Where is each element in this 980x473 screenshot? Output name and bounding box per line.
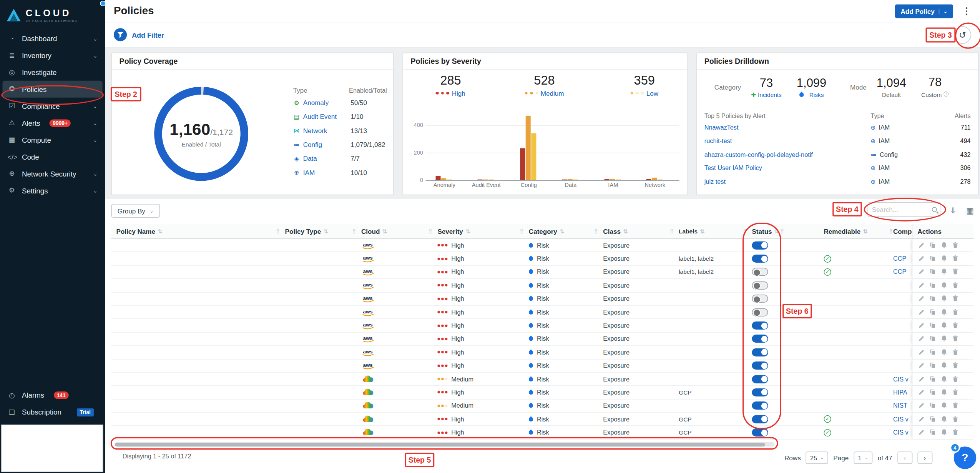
column-resize-handle[interactable]: ⣿ [352, 228, 355, 233]
search-input[interactable] [872, 206, 932, 213]
sidebar-item-inventory[interactable]: ≣Inventory⌄ [0, 47, 105, 64]
compliance-link[interactable]: CIS v [893, 416, 909, 423]
alert-rule-button[interactable] [940, 308, 948, 316]
sidebar-item-dashboard[interactable]: ◔Dashboard⌄ [0, 30, 105, 47]
table-row[interactable]: HighRiskExposurelabel1, label2✓CCP [111, 266, 973, 279]
delete-button[interactable] [951, 388, 959, 396]
clone-button[interactable] [929, 321, 937, 330]
compliance-link[interactable]: NIST [893, 402, 907, 409]
alert-rule-button[interactable] [940, 375, 948, 383]
edit-button[interactable] [917, 415, 925, 423]
coverage-type-link[interactable]: ⋈Network [293, 127, 351, 135]
kebab-menu-button[interactable]: ⋮ [962, 6, 971, 17]
next-page-button[interactable]: › [917, 451, 932, 464]
status-toggle[interactable] [752, 308, 768, 316]
column-settings-button[interactable]: ▦ [963, 203, 977, 217]
status-toggle[interactable] [752, 268, 768, 276]
alert-rule-button[interactable] [940, 321, 948, 330]
rows-per-page-select[interactable]: 25⌄ [806, 451, 829, 464]
column-header-comp[interactable]: Comp [893, 224, 912, 238]
sidebar-item-compute[interactable]: ▦Compute⌄ [0, 132, 105, 148]
policy-name-link[interactable]: NnawazTest [704, 124, 871, 131]
delete-button[interactable] [951, 281, 959, 290]
column-header-status[interactable]: Status⇅⣿ [747, 224, 784, 238]
alert-rule-button[interactable] [940, 255, 948, 263]
table-row[interactable]: HighRiskExposure [111, 333, 973, 346]
table-row[interactable]: HighRiskExposureGCPHIPA [111, 386, 973, 400]
delete-button[interactable] [951, 415, 959, 423]
group-by-button[interactable]: Group By ⌄ [111, 204, 160, 218]
clone-button[interactable] [929, 335, 937, 343]
reset-filters-button[interactable]: ↺ [954, 26, 972, 43]
clone-button[interactable] [929, 295, 937, 303]
status-toggle[interactable] [752, 415, 768, 423]
sidebar-item-alarms[interactable]: ◷Alarms141 [0, 387, 105, 404]
alert-rule-button[interactable] [940, 241, 948, 249]
compliance-link[interactable]: CIS v [893, 376, 909, 383]
alert-rule-button[interactable] [940, 335, 948, 343]
table-row[interactable]: HighRiskExposure [111, 319, 973, 333]
status-toggle[interactable] [752, 402, 768, 410]
column-header-remediable[interactable]: Remediable⇅⣿ [814, 224, 893, 238]
delete-button[interactable] [951, 402, 959, 410]
table-row[interactable]: HighRiskExposure [111, 306, 973, 319]
table-row[interactable]: HighRiskExposure [111, 346, 973, 360]
compliance-link[interactable]: CCP [893, 268, 906, 275]
table-row[interactable]: HighRiskExposure [111, 279, 973, 293]
status-toggle[interactable] [752, 361, 768, 370]
coverage-type-link[interactable]: ◈Data [293, 155, 351, 162]
edit-button[interactable] [917, 428, 925, 436]
policy-name-link[interactable]: ruchit-test [704, 138, 871, 145]
scrollbar-thumb[interactable] [115, 443, 765, 446]
edit-button[interactable] [917, 241, 925, 249]
status-toggle[interactable] [752, 428, 768, 436]
status-toggle[interactable] [752, 295, 768, 303]
column-header-cloud[interactable]: Cloud⇅⣿ [356, 224, 432, 238]
coverage-type-link[interactable]: ▤Audit Event [293, 113, 351, 120]
column-resize-handle[interactable]: ⣿ [743, 228, 746, 233]
severity-filter-link[interactable]: Medium [541, 90, 564, 97]
column-header-severity[interactable]: Severity⇅⣿ [432, 224, 523, 238]
delete-button[interactable] [951, 348, 959, 356]
column-header-class[interactable]: Class⇅⣿ [598, 224, 674, 238]
prev-page-button[interactable]: ‹ [897, 451, 912, 464]
policy-name-link[interactable]: ahazra-custom-config-pol-delayed-notif [704, 151, 871, 158]
column-header-category[interactable]: Category⇅⣿ [524, 224, 598, 238]
column-resize-handle[interactable]: ⣿ [276, 228, 279, 233]
coverage-type-link[interactable]: ⊕IAM [293, 168, 351, 176]
alert-rule-button[interactable] [940, 281, 948, 290]
column-resize-handle[interactable]: ⣿ [429, 228, 432, 233]
status-toggle[interactable] [752, 321, 768, 330]
coverage-type-link[interactable]: ⚙Anomaly [293, 99, 351, 107]
column-resize-handle[interactable]: ⣿ [889, 228, 892, 233]
delete-button[interactable] [951, 375, 959, 383]
alert-rule-button[interactable] [940, 388, 948, 396]
page-select[interactable]: 1⌄ [854, 451, 873, 464]
column-resize-handle[interactable]: ⣿ [520, 228, 523, 233]
sidebar-item-policies[interactable]: ✪Policies [3, 81, 103, 98]
status-toggle[interactable] [752, 375, 768, 383]
edit-button[interactable] [917, 321, 925, 330]
compliance-link[interactable]: HIPA [893, 389, 907, 396]
sidebar-item-compliance[interactable]: ☑Compliance⌄ [0, 98, 105, 115]
column-resize-handle[interactable]: ⣿ [594, 228, 597, 233]
sidebar-item-network-security[interactable]: ⊕Network Security⌄ [0, 165, 105, 182]
clone-button[interactable] [929, 255, 937, 263]
status-toggle[interactable] [752, 348, 768, 356]
edit-button[interactable] [917, 255, 925, 263]
alert-rule-button[interactable] [940, 402, 948, 410]
compliance-link[interactable]: CIS v [893, 429, 909, 436]
edit-button[interactable] [917, 388, 925, 396]
status-toggle[interactable] [752, 241, 768, 249]
edit-button[interactable] [917, 375, 925, 383]
edit-button[interactable] [917, 268, 925, 276]
table-row[interactable]: HighRiskExposure [111, 239, 973, 252]
edit-button[interactable] [917, 361, 925, 370]
clone-button[interactable] [929, 428, 937, 436]
delete-button[interactable] [951, 255, 959, 263]
clone-button[interactable] [929, 241, 937, 249]
delete-button[interactable] [951, 428, 959, 436]
table-row[interactable]: HighRiskExposure [111, 292, 973, 306]
table-row[interactable]: HighRiskExposure [111, 359, 973, 373]
status-toggle[interactable] [752, 281, 768, 290]
